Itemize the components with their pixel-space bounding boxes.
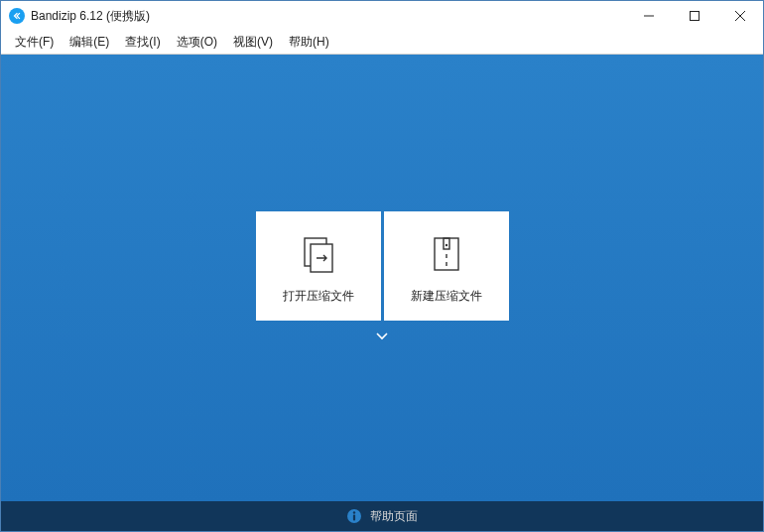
menu-view[interactable]: 视图(V) [225, 31, 281, 54]
menu-options[interactable]: 选项(O) [169, 31, 225, 54]
window-controls [626, 1, 763, 31]
new-archive-icon [427, 234, 466, 274]
svg-rect-4 [444, 238, 449, 249]
open-archive-tile[interactable]: 打开压缩文件 [256, 211, 381, 321]
window-title: Bandizip 6.12 (便携版) [31, 8, 150, 25]
menu-find[interactable]: 查找(I) [117, 31, 168, 54]
expand-button[interactable] [370, 327, 394, 344]
open-archive-icon [299, 234, 338, 274]
menu-file[interactable]: 文件(F) [7, 31, 62, 54]
content-area: 打开压缩文件 新建压缩文件 [1, 55, 763, 501]
app-icon [9, 8, 25, 24]
info-icon [346, 508, 362, 524]
svg-point-5 [445, 243, 446, 245]
tile-container: 打开压缩文件 新建压缩文件 [256, 211, 509, 344]
menu-edit[interactable]: 编辑(E) [62, 31, 117, 54]
new-archive-tile[interactable]: 新建压缩文件 [384, 211, 509, 321]
svg-rect-8 [353, 515, 355, 521]
app-window: Bandizip 6.12 (便携版) 文件(F) 编辑(E) 查找(I) 选项… [0, 0, 764, 532]
titlebar: Bandizip 6.12 (便携版) [1, 1, 763, 31]
svg-point-7 [353, 511, 355, 513]
open-archive-label: 打开压缩文件 [283, 288, 354, 305]
new-archive-label: 新建压缩文件 [411, 288, 482, 305]
close-button[interactable] [717, 1, 763, 31]
statusbar-help-label: 帮助页面 [370, 508, 418, 525]
maximize-button[interactable] [672, 1, 717, 31]
svg-rect-0 [691, 12, 700, 21]
minimize-button[interactable] [626, 1, 672, 31]
menubar: 文件(F) 编辑(E) 查找(I) 选项(O) 视图(V) 帮助(H) [1, 31, 763, 55]
tile-row: 打开压缩文件 新建压缩文件 [256, 211, 509, 321]
statusbar-help-link[interactable]: 帮助页面 [1, 501, 763, 531]
menu-help[interactable]: 帮助(H) [281, 31, 337, 54]
